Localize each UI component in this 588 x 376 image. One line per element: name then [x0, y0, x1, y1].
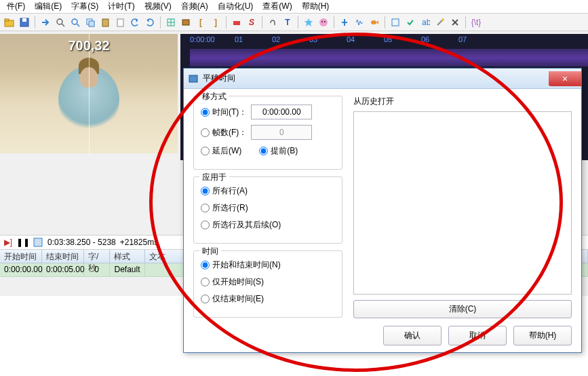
separator: [385, 16, 385, 29]
tag-icon[interactable]: {\t}: [469, 16, 483, 29]
svg-rect-10: [102, 19, 109, 26]
separator: [334, 16, 334, 29]
shift-by-title: 移方式: [199, 91, 229, 102]
attach-icon[interactable]: [266, 16, 279, 29]
dialog-title: 平移时间: [203, 73, 235, 84]
menu-audio[interactable]: 音频(A): [177, 0, 212, 14]
svg-point-4: [57, 19, 62, 24]
radio-selection-onward[interactable]: 所选行及其后续(O): [201, 219, 281, 231]
svg-rect-30: [189, 75, 197, 82]
svg-rect-3: [22, 18, 26, 22]
doc-icon[interactable]: [113, 16, 127, 29]
shift-times-dialog: 平移时间 × 移方式 时间(T)： 帧数(F)： 延后(W) 提前(B): [183, 68, 582, 353]
svg-rect-11: [117, 19, 123, 26]
radio-start-only[interactable]: 仅开始时间(S): [201, 276, 264, 288]
ruler-tick: 05: [384, 35, 392, 43]
save-icon[interactable]: [18, 16, 31, 29]
svg-text:ab: ab: [422, 18, 430, 27]
spellcheck-icon[interactable]: ab: [418, 16, 432, 29]
menu-edit[interactable]: 编辑(E): [31, 0, 66, 14]
menu-timing[interactable]: 计时(T): [104, 0, 138, 14]
ok-button[interactable]: 确认: [383, 326, 442, 345]
col-start[interactable]: 开始时间: [0, 250, 42, 263]
waveform-icon[interactable]: [353, 16, 366, 29]
close-button[interactable]: ×: [549, 71, 581, 86]
col-style[interactable]: 样式: [110, 250, 145, 263]
separator: [262, 16, 262, 29]
svg-line-7: [77, 24, 79, 26]
separator: [226, 16, 227, 29]
copy-icon[interactable]: [83, 16, 97, 29]
svg-point-22: [371, 20, 376, 24]
cancel-button[interactable]: 取消: [448, 326, 507, 345]
star-icon[interactable]: [302, 16, 315, 29]
check-icon[interactable]: [404, 16, 417, 29]
radio-time[interactable]: 时间(T)：: [201, 107, 247, 118]
ruler-tick: 07: [458, 35, 467, 43]
radio-end-only[interactable]: 仅结束时间(E): [201, 293, 264, 305]
search-icon[interactable]: [54, 16, 67, 29]
time-input[interactable]: [251, 105, 312, 119]
time-ruler: 0:00:00 01 02 03 04 05 06 07: [180, 34, 588, 48]
zoom-icon[interactable]: [68, 16, 82, 29]
ruler-tick: 0:00:00: [190, 35, 215, 43]
col-cps[interactable]: 字/秒: [84, 250, 110, 263]
wand-icon[interactable]: [433, 16, 447, 29]
ruler-tick: 06: [421, 35, 429, 43]
redo-icon[interactable]: [143, 16, 157, 29]
grid-icon[interactable]: [164, 16, 178, 29]
radio-forward[interactable]: 提前(B): [259, 145, 298, 157]
shift-times-icon[interactable]: [230, 16, 243, 29]
menu-help[interactable]: 帮助(H): [298, 0, 334, 14]
playback-time: 0:03:38.250 - 5238: [47, 238, 116, 247]
menu-video[interactable]: 视频(V): [140, 0, 176, 14]
clear-button[interactable]: 清除(C): [353, 300, 572, 318]
open-icon[interactable]: [3, 16, 16, 29]
bracket-right-icon[interactable]: ]: [209, 16, 222, 29]
font-icon[interactable]: T: [281, 16, 294, 29]
svg-point-6: [72, 19, 77, 24]
shift-by-group: 移方式 时间(T)： 帧数(F)： 延后(W) 提前(B): [193, 96, 342, 170]
fish-icon[interactable]: [368, 16, 381, 29]
arrow-right-icon[interactable]: [39, 16, 52, 29]
menu-subtitle[interactable]: 字幕(S): [67, 0, 102, 14]
menu-bar: 件(F) 编辑(E) 字幕(S) 计时(T) 视频(V) 音频(A) 自动化(U…: [0, 0, 588, 14]
history-listbox[interactable]: [353, 111, 572, 295]
play-range-icon[interactable]: ▶]: [3, 237, 14, 248]
cell-style: Default: [110, 263, 145, 276]
times-group: 时间 开始和结束时间(N) 仅开始时间(S) 仅结束时间(E): [193, 250, 342, 318]
radio-frames[interactable]: 帧数(F)：: [201, 127, 247, 138]
svg-rect-1: [5, 19, 9, 21]
radio-start-end[interactable]: 开始和结束时间(N): [201, 259, 281, 271]
assistant-icon[interactable]: [317, 16, 330, 29]
film-icon[interactable]: [179, 16, 193, 29]
frames-input[interactable]: [251, 125, 312, 140]
ruler-tick: 02: [272, 35, 280, 43]
undo-icon[interactable]: [128, 16, 142, 29]
radio-backward[interactable]: 延后(W): [201, 145, 241, 157]
resample-icon[interactable]: [389, 16, 402, 29]
menu-file[interactable]: 件(F): [3, 0, 29, 14]
menu-view[interactable]: 查看(W): [258, 0, 296, 14]
dialog-titlebar[interactable]: 平移时间 ×: [184, 69, 581, 89]
pause-icon[interactable]: ❚❚: [18, 237, 28, 248]
svg-rect-16: [233, 21, 240, 25]
paste-icon[interactable]: [98, 16, 112, 29]
radio-selected-rows[interactable]: 所选行(R): [201, 202, 248, 214]
dialog-icon: [188, 73, 199, 84]
video-preview[interactable]: 700,32: [0, 34, 178, 153]
video-timestamp: 700,32: [68, 38, 109, 54]
radio-all-rows[interactable]: 所有行(A): [201, 185, 248, 197]
style-s-icon[interactable]: S: [245, 16, 258, 29]
cell-start: 0:00:00.00: [0, 263, 42, 276]
help-button[interactable]: 帮助(H): [513, 326, 572, 345]
menu-automation[interactable]: 自动化(U): [214, 0, 258, 14]
settings-icon[interactable]: [448, 16, 462, 29]
svg-point-18: [321, 21, 323, 22]
col-end[interactable]: 结束时间: [42, 250, 84, 263]
separator: [160, 16, 161, 29]
ruler-tick: 04: [347, 35, 355, 43]
snap-icon[interactable]: [338, 16, 351, 29]
autoscroll-icon[interactable]: [33, 237, 43, 248]
bracket-left-icon[interactable]: [: [194, 16, 208, 29]
